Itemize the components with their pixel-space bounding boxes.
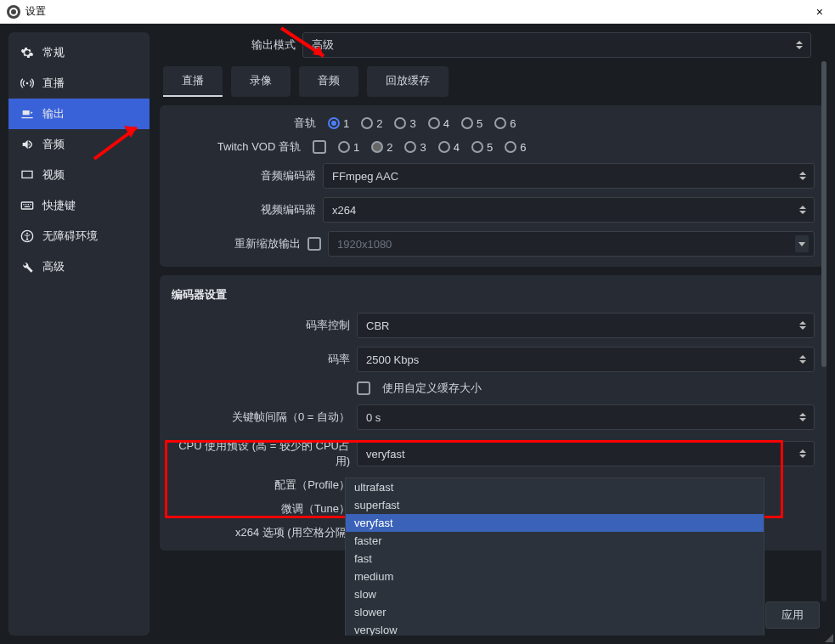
x264-opts-label: x264 选项 (用空格分隔) — [172, 525, 350, 540]
preset-slow[interactable]: slow — [346, 585, 764, 603]
vod-2-radio[interactable] — [371, 141, 383, 153]
tune-label: 微调（Tune） — [172, 501, 350, 517]
encoder-section-title: 编码器设置 — [172, 285, 815, 304]
sidebar-item-label: 快捷键 — [42, 198, 76, 213]
output-mode-label: 输出模式 — [245, 37, 296, 53]
chevron-updown-icon — [797, 201, 809, 218]
sidebar-item-audio[interactable]: 音频 — [8, 129, 150, 160]
keyframe-label: 关键帧间隔（0 = 自动） — [172, 410, 350, 425]
svg-rect-1 — [23, 204, 24, 205]
accessibility-icon — [20, 229, 34, 243]
svg-rect-0 — [21, 202, 32, 209]
sidebar-item-accessibility[interactable]: 无障碍环境 — [8, 221, 150, 251]
cpu-preset-label: CPU 使用预设 (高 = 较少的 CPU占用) — [172, 438, 350, 469]
vod-6-radio[interactable] — [505, 141, 516, 153]
stream-panel: 音轨 1 2 3 4 5 6 Twitch VOD 音轨 — [160, 105, 827, 267]
audio-encoder-select[interactable]: FFmpeg AAC — [323, 163, 815, 189]
vod-1-radio[interactable] — [338, 141, 350, 153]
keyboard-icon — [20, 199, 34, 212]
rate-control-label: 码率控制 — [172, 318, 350, 333]
sidebar-item-video[interactable]: 视频 — [8, 160, 150, 190]
preset-veryfast[interactable]: veryfast — [346, 514, 764, 532]
track-2-radio[interactable] — [361, 117, 373, 129]
tools-icon — [20, 260, 34, 274]
preset-slower[interactable]: slower — [346, 603, 764, 621]
rescale-checkbox[interactable] — [307, 237, 321, 251]
sidebar-item-label: 高级 — [42, 259, 65, 274]
video-encoder-select[interactable]: x264 — [323, 197, 815, 223]
chevron-updown-icon — [797, 317, 809, 334]
chevron-updown-icon — [797, 167, 809, 184]
rescale-label: 重新缩放输出 — [172, 236, 301, 251]
preset-fast[interactable]: fast — [346, 550, 764, 568]
tab-audio[interactable]: 音频 — [299, 66, 358, 97]
svg-rect-5 — [25, 206, 31, 207]
bitrate-label: 码率 — [172, 352, 350, 367]
encoder-settings-panel: 编码器设置 码率控制 CBR 码率 2500 Kbps — [160, 275, 827, 551]
cpu-preset-select[interactable]: veryfast — [357, 441, 815, 466]
sidebar-item-general[interactable]: 常规 — [8, 37, 150, 68]
track-1-radio[interactable] — [328, 117, 340, 129]
output-mode-select[interactable]: 高级 — [302, 32, 811, 58]
bitrate-spinner[interactable]: 2500 Kbps — [357, 347, 815, 372]
svg-point-7 — [26, 233, 28, 234]
track-4-radio[interactable] — [428, 117, 440, 129]
apply-button[interactable]: 应用 — [765, 602, 820, 629]
vod-5-radio[interactable] — [471, 141, 483, 153]
tab-record[interactable]: 录像 — [231, 66, 291, 97]
vod-track-options: 1 2 3 4 5 6 — [338, 141, 526, 154]
speaker-icon — [20, 138, 34, 151]
gear-icon — [20, 46, 34, 59]
track-3-radio[interactable] — [394, 117, 406, 129]
track-5-radio[interactable] — [461, 117, 473, 129]
cpu-preset-dropdown[interactable]: ultrafast superfast veryfast faster fast… — [345, 477, 764, 636]
audio-track-options: 1 2 3 4 5 6 — [328, 117, 516, 130]
preset-faster[interactable]: faster — [346, 532, 764, 550]
vod-4-radio[interactable] — [438, 141, 450, 153]
rate-control-select[interactable]: CBR — [357, 313, 815, 338]
sidebar-item-stream[interactable]: 直播 — [8, 68, 150, 99]
sidebar-item-label: 常规 — [42, 45, 65, 60]
monitor-icon — [20, 168, 34, 182]
preset-medium[interactable]: medium — [346, 568, 764, 585]
main-panel: 输出模式 高级 直播 录像 音频 回放缓存 音轨 — [160, 32, 827, 636]
window-title: 设置 — [25, 4, 46, 19]
sidebar-item-output[interactable]: 输出 — [8, 99, 150, 129]
vod-3-radio[interactable] — [404, 141, 416, 153]
rescale-select[interactable]: 1920x1080 — [328, 231, 815, 257]
antenna-icon — [20, 76, 34, 90]
svg-rect-2 — [25, 204, 26, 205]
sidebar-item-label: 视频 — [42, 167, 65, 183]
sidebar-item-advanced[interactable]: 高级 — [8, 251, 150, 282]
custom-buffer-checkbox[interactable] — [357, 381, 370, 395]
svg-rect-3 — [28, 204, 29, 205]
output-tabs: 直播 录像 音频 回放缓存 — [160, 66, 827, 97]
chevron-updown-icon — [797, 409, 809, 426]
titlebar: 设置 × — [0, 0, 835, 24]
sidebar: 常规 直播 输出 音频 视频 快捷键 — [8, 32, 150, 636]
audio-encoder-label: 音频编码器 — [172, 168, 316, 184]
svg-rect-4 — [30, 204, 31, 205]
keyframe-spinner[interactable]: 0 s — [357, 404, 815, 430]
sidebar-item-label: 直播 — [42, 76, 65, 91]
tab-replay[interactable]: 回放缓存 — [367, 66, 449, 97]
sidebar-item-hotkeys[interactable]: 快捷键 — [8, 190, 150, 221]
obs-logo-icon — [7, 5, 20, 19]
preset-superfast[interactable]: superfast — [346, 496, 764, 514]
track-6-radio[interactable] — [494, 117, 506, 129]
chevron-updown-icon — [793, 37, 805, 54]
custom-buffer-label: 使用自定义缓存大小 — [382, 381, 482, 396]
preset-veryslow[interactable]: veryslow — [346, 621, 764, 636]
scrollbar-thumb[interactable] — [821, 61, 827, 367]
video-encoder-label: 视频编码器 — [172, 202, 316, 217]
vod-track-checkbox[interactable] — [313, 140, 326, 154]
chevron-updown-icon — [797, 445, 809, 462]
preset-ultrafast[interactable]: ultrafast — [346, 478, 764, 496]
close-icon[interactable]: × — [811, 5, 828, 19]
tab-stream[interactable]: 直播 — [163, 66, 223, 97]
scrollbar[interactable] — [821, 61, 827, 602]
sidebar-item-label: 无障碍环境 — [42, 229, 98, 244]
resize-grip-icon[interactable] — [823, 632, 833, 642]
sidebar-item-label: 音频 — [42, 137, 65, 152]
output-icon — [20, 107, 34, 121]
